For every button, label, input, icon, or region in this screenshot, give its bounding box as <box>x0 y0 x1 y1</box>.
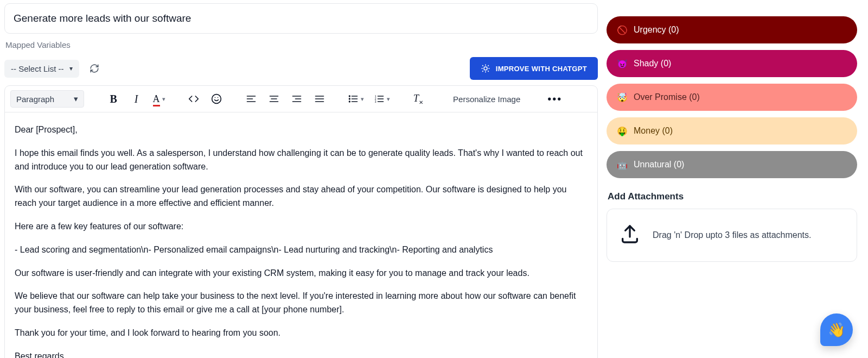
svg-point-16 <box>349 96 350 97</box>
svg-point-20 <box>349 101 350 102</box>
editor-body[interactable]: Dear [Prospect], I hope this email finds… <box>5 112 597 358</box>
subject-input[interactable]: Generate more leads with our software <box>4 3 598 34</box>
wave-icon: 👋 <box>828 322 845 338</box>
numbered-list-button[interactable]: 123 ▾ <box>374 92 390 105</box>
align-justify-button[interactable] <box>313 92 326 105</box>
text-color-button[interactable]: A ▾ <box>152 92 165 105</box>
improve-with-chatgpt-button[interactable]: IMPROVE WITH CHATGPT <box>470 57 598 80</box>
list-select-label: -- Select List -- <box>11 64 64 73</box>
svg-point-18 <box>349 98 350 99</box>
personalize-image-button[interactable]: Personalize Image <box>453 95 520 104</box>
svg-point-1 <box>212 95 221 104</box>
align-center-button[interactable] <box>267 92 280 105</box>
body-paragraph: Our software is user-friendly and can in… <box>15 267 588 280</box>
refresh-button[interactable] <box>87 61 102 76</box>
pill-label: Shady (0) <box>634 59 671 68</box>
body-paragraph: Best regards, <box>15 350 588 358</box>
block-style-select[interactable]: Paragraph ▾ <box>10 90 84 108</box>
block-style-label: Paragraph <box>16 95 54 104</box>
chatgpt-icon <box>481 64 490 73</box>
subject-text: Generate more leads with our software <box>14 12 191 24</box>
svg-text:3: 3 <box>375 100 376 103</box>
placeholder <box>792 1 857 7</box>
spam-pill-urgency[interactable]: 🚫 Urgency (0) <box>607 16 857 43</box>
code-button[interactable] <box>187 92 200 105</box>
spam-pill-shady[interactable]: 😈 Shady (0) <box>607 50 857 77</box>
pill-label: Unnatural (0) <box>634 160 684 169</box>
editor-toolbar: Paragraph ▾ B I A ▾ <box>5 86 597 112</box>
italic-button[interactable]: I <box>130 92 143 105</box>
top-placeholder-row <box>607 1 857 7</box>
pill-label: Urgency (0) <box>634 25 679 35</box>
spam-pill-overpromise[interactable]: 🤯 Over Promise (0) <box>607 84 857 111</box>
attachments-help-text: Drag 'n' Drop upto 3 files as attachment… <box>653 230 811 240</box>
svg-point-0 <box>484 67 487 70</box>
chevron-down-icon: ▾ <box>69 65 73 72</box>
bullet-list-button[interactable]: ▾ <box>348 92 364 105</box>
placeholder <box>717 1 782 7</box>
body-paragraph: Dear [Prospect], <box>15 123 588 137</box>
attachments-title: Add Attachments <box>608 191 857 202</box>
emoji-button[interactable] <box>210 92 223 105</box>
body-paragraph: We believe that our software can help ta… <box>15 290 588 317</box>
shady-icon: 😈 <box>616 58 628 70</box>
mapped-variables-toolbar: -- Select List -- ▾ IMPROVE WITH CHATGPT <box>4 57 598 80</box>
urgency-icon: 🚫 <box>616 24 628 36</box>
chevron-down-icon: ▾ <box>162 96 165 103</box>
improve-button-label: IMPROVE WITH CHATGPT <box>496 65 587 73</box>
chevron-down-icon: ▾ <box>361 96 364 103</box>
overpromise-icon: 🤯 <box>616 91 628 103</box>
chevron-down-icon: ▾ <box>387 96 390 103</box>
body-paragraph: I hope this email finds you well. As a s… <box>15 147 588 174</box>
body-paragraph: Here are a few key features of our softw… <box>15 220 588 234</box>
more-options-button[interactable]: ••• <box>547 93 562 105</box>
list-select[interactable]: -- Select List -- ▾ <box>4 60 79 78</box>
spam-pill-unnatural[interactable]: 🤖 Unnatural (0) <box>607 151 857 178</box>
body-paragraph: Thank you for your time, and I look forw… <box>15 326 588 340</box>
email-editor: Paragraph ▾ B I A ▾ <box>4 85 598 358</box>
body-paragraph: With our software, you can streamline yo… <box>15 183 588 210</box>
bold-button[interactable]: B <box>107 92 120 105</box>
mapped-variables-label: Mapped Variables <box>5 40 598 49</box>
clear-formatting-button[interactable]: T✕ <box>412 92 425 105</box>
upload-icon <box>619 223 641 247</box>
chevron-down-icon: ▾ <box>74 94 78 104</box>
body-paragraph: - Lead scoring and segmentation\n- Perso… <box>15 243 588 257</box>
align-left-button[interactable] <box>245 92 258 105</box>
refresh-icon <box>90 64 99 73</box>
placeholder <box>642 1 707 7</box>
pill-label: Money (0) <box>634 126 673 136</box>
attachments-dropzone[interactable]: Drag 'n' Drop upto 3 files as attachment… <box>607 209 857 262</box>
money-icon: 🤑 <box>616 125 628 137</box>
unnatural-icon: 🤖 <box>616 159 628 171</box>
pill-label: Over Promise (0) <box>634 92 700 102</box>
align-right-button[interactable] <box>290 92 303 105</box>
help-fab[interactable]: 👋 <box>820 313 853 346</box>
spam-pill-money[interactable]: 🤑 Money (0) <box>607 117 857 145</box>
